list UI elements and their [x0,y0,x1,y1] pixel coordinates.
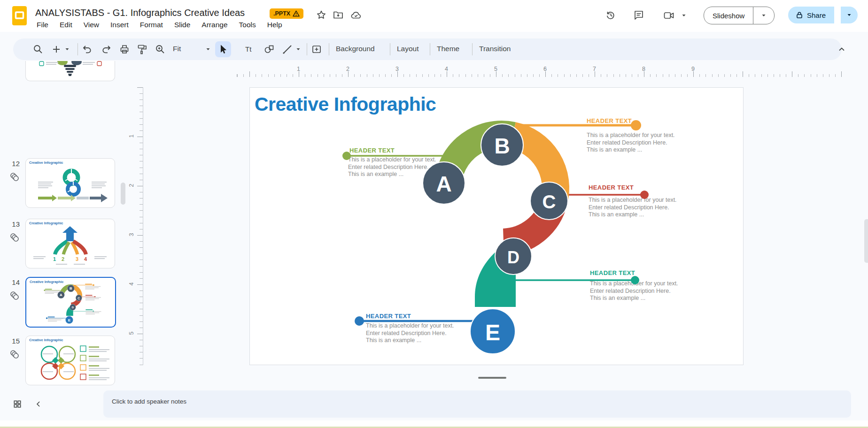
collapse-toolbar-icon[interactable] [836,44,847,55]
zoom-icon[interactable] [155,44,166,55]
warning-icon [293,10,300,17]
pptx-badge: .PPTX [270,8,303,19]
menu-help[interactable]: Help [262,20,288,30]
zoom-dropdown-icon[interactable] [205,44,211,55]
menu-edit[interactable]: Edit [54,20,78,30]
share-button[interactable]: Share [788,7,834,23]
transition-indicator-icon[interactable] [9,290,20,301]
notes-resize-handle[interactable] [478,377,506,379]
slideshow-button[interactable]: Slideshow [704,7,775,24]
filmstrip: 12 Creative Infographic [0,62,116,387]
chevron-down-icon [761,13,767,18]
transition-indicator-icon[interactable] [9,232,20,243]
new-slide-dropdown-icon[interactable] [64,44,70,55]
meet-camera-icon[interactable] [663,10,674,21]
menu-view[interactable]: View [78,20,105,30]
slide-thumbnail-14-selected[interactable]: Creative Infographic [25,277,116,328]
slide-thumbnail-13[interactable]: Creative Infographic 1 2 3 4 [25,219,115,268]
transition-indicator-icon[interactable] [9,349,20,359]
line-dropdown-icon[interactable] [295,44,302,55]
menu-bar: File Edit View Insert Format Slide Arran… [31,20,288,30]
toolbar-divider [472,43,473,55]
thumb-12-graphic [26,165,115,207]
toolbar: Fit Tt Background [13,38,842,60]
slide-thumbnail-12[interactable]: Creative Infographic [25,158,115,208]
shape-tool-icon[interactable] [264,44,275,55]
slideshow-dropdown-button[interactable] [753,7,774,24]
share-label: Share [807,11,826,19]
search-menus-icon[interactable] [32,44,44,55]
slide-canvas[interactable]: HEADER TEXT This is a placeholder for yo… [249,87,744,365]
redo-icon[interactable] [101,44,112,55]
filmstrip-scrollbar[interactable] [121,183,125,205]
transition-indicator-icon[interactable] [9,172,20,182]
thumb-13-graphic: 1 2 3 4 [26,225,115,268]
ruler-number: 1 [128,135,135,138]
ruler-number: 2 [346,66,349,72]
question-mark-infographic[interactable] [250,88,744,366]
toolbar-divider [78,43,78,55]
version-history-icon[interactable] [605,9,616,21]
line-tool-icon[interactable] [282,44,293,55]
canvas-scrollbar[interactable] [864,219,868,263]
star-icon[interactable] [316,9,327,21]
toolbar-divider [307,43,307,55]
slides-logo-icon[interactable] [12,6,27,25]
thumb-11-graphic [26,61,115,81]
svg-text:Tt: Tt [245,45,252,53]
comments-icon[interactable] [633,9,644,21]
slide-title[interactable]: Creative Infographic [255,93,436,115]
print-icon[interactable] [119,44,130,55]
toolbar-divider [390,43,390,55]
toolbar-divider [329,43,329,55]
layout-button[interactable]: Layout [397,45,419,53]
select-cursor-icon [217,44,229,55]
menu-format[interactable]: Format [134,20,169,30]
text-box-tool-icon[interactable]: Tt [244,44,256,55]
select-tool-active[interactable] [215,41,231,57]
cloud-status-icon[interactable] [350,9,362,21]
slide-number: 14 [5,278,20,286]
thumb-title: Creative Infographic [29,160,63,165]
ruler-number: 7 [593,66,596,72]
ruler-number: 8 [642,66,645,72]
paint-format-icon[interactable] [137,44,148,55]
slide-number: 15 [5,337,20,345]
transition-button[interactable]: Transition [479,45,511,53]
ruler-number: 3 [128,233,135,237]
ruler-number: 4 [445,66,448,72]
new-slide-icon[interactable] [51,44,62,55]
theme-button[interactable]: Theme [437,45,459,53]
background-button[interactable]: Background [336,45,375,53]
camera-dropdown-icon[interactable] [681,13,687,18]
zoom-select[interactable]: Fit [173,45,181,53]
slideshow-label: Slideshow [704,12,753,20]
menu-arrange[interactable]: Arrange [196,20,233,30]
insert-frame-icon[interactable] [311,44,322,55]
slide-thumbnail-11-partial[interactable] [25,61,115,81]
share-dropdown-button[interactable] [841,7,858,23]
thumb-title: Creative Infographic [29,221,63,225]
undo-icon[interactable] [82,44,93,55]
toolbar-divider [430,43,430,55]
speaker-notes-box[interactable]: Click to add speaker notes [103,390,851,418]
move-folder-icon[interactable] [333,9,344,21]
menu-file[interactable]: File [31,20,54,30]
ruler-number: 9 [691,66,695,72]
svg-text:1: 1 [53,256,56,262]
thumb-15-graphic [26,342,115,385]
document-title[interactable]: ANALYSISTABS - G1. Infographics Creative… [35,8,245,18]
slide-number: 13 [5,220,20,228]
thumb-title: Creative Infographic [29,338,63,342]
menu-tools[interactable]: Tools [233,20,262,30]
title-bar: ANALYSISTABS - G1. Infographics Creative… [0,0,868,32]
horizontal-ruler: 1 2 3 4 5 6 7 8 9 [232,66,842,77]
ruler-number: 2 [128,184,135,187]
menu-slide[interactable]: Slide [169,20,196,30]
grid-view-icon[interactable] [13,399,22,409]
ruler-number: 5 [128,332,135,335]
menu-insert[interactable]: Insert [105,20,134,30]
pptx-badge-label: .PPTX [273,10,290,17]
collapse-filmstrip-icon[interactable] [34,399,43,409]
slide-thumbnail-15[interactable]: Creative Infographic [25,336,115,385]
